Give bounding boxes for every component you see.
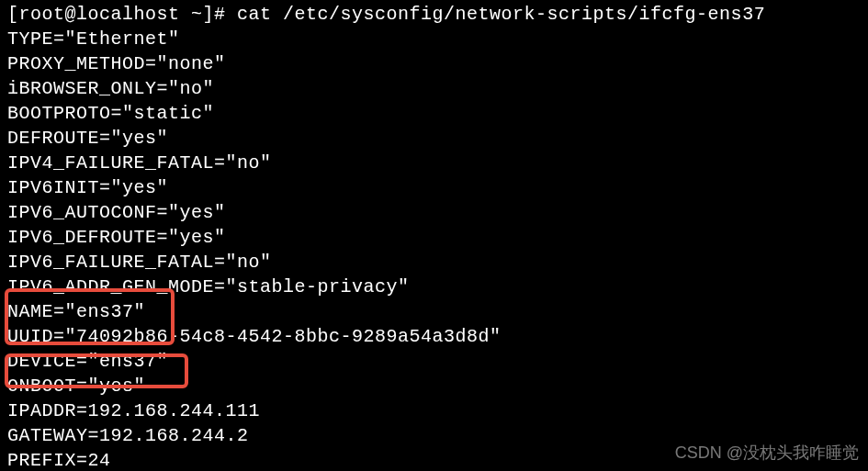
config-line-ipv6-failure: IPV6_FAILURE_FATAL="no" bbox=[7, 250, 861, 275]
config-line-proxy-method: PROXY_METHOD="none" bbox=[7, 51, 861, 76]
config-line-bootproto: BOOTPROTO="static" bbox=[7, 101, 861, 126]
config-line-ipaddr: IPADDR=192.168.244.111 bbox=[7, 398, 861, 423]
config-line-defroute: DEFROUTE="yes" bbox=[7, 126, 861, 151]
config-line-name: NAME="ens37" bbox=[7, 299, 861, 324]
config-line-type: TYPE="Ethernet" bbox=[7, 27, 861, 51]
config-line-ipv4-failure: IPV4_FAILURE_FATAL="no" bbox=[7, 151, 861, 175]
terminal-command-line: [root@localhost ~]# cat /etc/sysconfig/n… bbox=[7, 2, 861, 27]
csdn-watermark: CSDN @没枕头我咋睡觉 bbox=[675, 442, 859, 464]
config-line-ipv6-autoconf: IPV6_AUTOCONF="yes" bbox=[7, 200, 861, 225]
config-line-onboot: ONBOOT="yes" bbox=[7, 374, 861, 398]
config-line-ipv6-addr-gen: IPV6_ADDR_GEN_MODE="stable-privacy" bbox=[7, 275, 861, 299]
config-line-ipv6-defroute: IPV6_DEFROUTE="yes" bbox=[7, 225, 861, 250]
config-line-ipv6init: IPV6INIT="yes" bbox=[7, 175, 861, 200]
config-line-device: DEVICE="ens37" bbox=[7, 349, 861, 374]
config-line-uuid: UUID="74092b86-54c8-4542-8bbc-9289a54a3d… bbox=[7, 324, 861, 349]
config-line-browser-only: iBROWSER_ONLY="no" bbox=[7, 76, 861, 101]
